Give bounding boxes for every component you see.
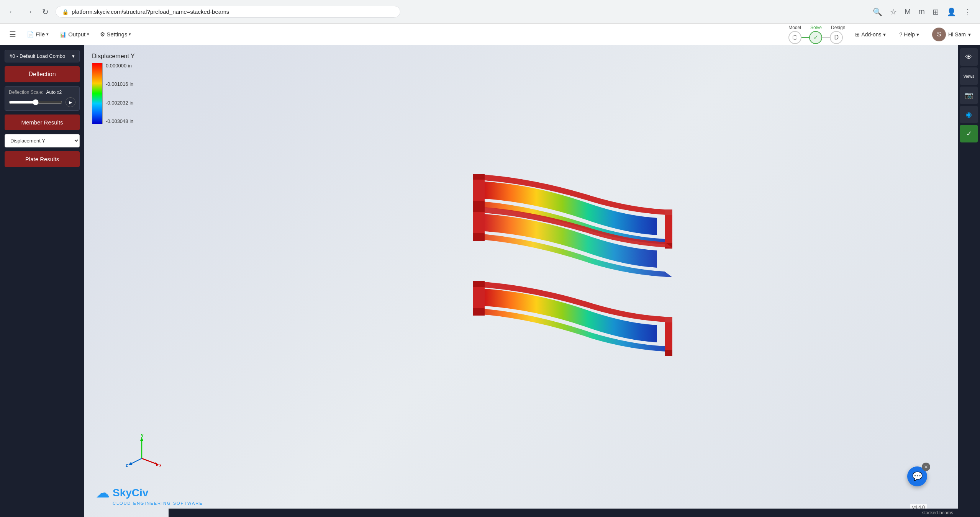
extensions-button[interactable]: ⊞ <box>930 5 941 19</box>
search-button[interactable]: 🔍 <box>870 5 885 19</box>
beam-svg <box>454 151 722 411</box>
back-button[interactable]: ← <box>6 5 18 18</box>
user-caret-icon: ▾ <box>968 31 971 38</box>
layers-button[interactable]: ◉ <box>960 106 978 123</box>
model-icon-circle[interactable]: ⬡ <box>788 31 801 44</box>
sidebar: #0 - Default Load Combo ▾ Deflection Def… <box>0 45 84 517</box>
browser-chrome: ← → ↻ 🔒 platform.skyciv.com/structural?p… <box>0 0 980 24</box>
legend-bar-row: 0.000000 in -0.001016 in -0.002032 in -0… <box>92 63 135 124</box>
markor-button[interactable]: m <box>916 5 927 18</box>
legend-title: Displacement Y <box>92 53 135 60</box>
file-caret-icon: ▾ <box>46 32 49 37</box>
skyciv-logo-main: ☁ SkyCiv <box>96 485 148 501</box>
deflection-button[interactable]: Deflection <box>5 66 80 82</box>
play-button[interactable]: ▶ <box>66 97 75 107</box>
svg-text:z: z <box>126 463 128 468</box>
axis-indicator: y x z <box>123 432 161 471</box>
solve-icon-circle[interactable]: ✓ <box>809 31 822 44</box>
footer-bar: stacked-beams <box>169 509 958 517</box>
color-legend: Displacement Y 0.000000 in -0.001016 in … <box>92 53 135 124</box>
deflection-slider[interactable] <box>9 99 62 105</box>
solve-label: Solve <box>810 25 822 30</box>
right-panel: 👁 Views 📷 ◉ ✓ <box>958 45 980 517</box>
address-bar[interactable]: 🔒 platform.skyciv.com/structural?preload… <box>56 6 400 18</box>
lock-icon: 🔒 <box>62 9 69 15</box>
legend-labels: 0.000000 in -0.001016 in -0.002032 in -0… <box>106 63 133 124</box>
deflection-scale-panel: Deflection Scale: Auto x2 ▶ <box>5 86 80 111</box>
help-icon: ? <box>900 31 903 38</box>
legend-value-1: -0.001016 in <box>106 81 133 87</box>
file-menu-button[interactable]: 📄 File ▾ <box>22 29 53 40</box>
views-group: Views <box>960 67 978 85</box>
svg-text:y: y <box>141 432 144 438</box>
lower-beam <box>473 281 672 356</box>
eye-button[interactable]: 👁 <box>960 48 978 66</box>
check-icon: ✓ <box>966 129 972 138</box>
skyciv-name-text: SkyCiv <box>113 487 148 499</box>
displacement-select[interactable]: Displacement Y Displacement X Displaceme… <box>5 134 80 147</box>
chat-close-button[interactable]: ✕ <box>922 463 930 471</box>
model-solve-connector <box>801 37 809 38</box>
hamburger-button[interactable]: ☰ <box>6 27 19 42</box>
settings-menu-button[interactable]: ⚙ Settings ▾ <box>95 29 136 40</box>
workflow-icons: ⬡ ✓ D <box>788 31 845 44</box>
member-results-button[interactable]: Member Results <box>5 115 80 130</box>
solve-design-connector <box>822 37 830 38</box>
slider-row: ▶ <box>9 97 75 107</box>
legend-value-0: 0.000000 in <box>106 63 133 69</box>
forward-button[interactable]: → <box>23 5 35 18</box>
workflow-labels: Model Solve Design <box>788 25 845 30</box>
output-caret-icon: ▾ <box>87 32 89 37</box>
beam-visualization <box>454 151 722 411</box>
design-icon-circle[interactable]: D <box>830 31 843 44</box>
settings-icon: ⚙ <box>100 31 105 38</box>
plate-results-button[interactable]: Plate Results <box>5 151 80 167</box>
svg-marker-1 <box>140 437 143 441</box>
settings-caret-icon: ▾ <box>129 32 131 37</box>
user-menu-button[interactable]: S Hi Sam ▾ <box>929 26 974 43</box>
svg-line-4 <box>130 458 142 464</box>
camera-button[interactable]: 📷 <box>960 87 978 104</box>
deflection-scale-value: Auto x2 <box>46 90 62 95</box>
bookmark-button[interactable]: ☆ <box>888 5 899 19</box>
layers-icon: ◉ <box>966 110 972 119</box>
addons-caret-icon: ▾ <box>883 31 886 38</box>
svg-marker-3 <box>155 462 159 466</box>
eye-icon: 👁 <box>965 53 972 61</box>
help-button[interactable]: ? Help ▾ <box>896 29 923 40</box>
file-icon: 📄 <box>27 31 34 38</box>
upper-beam <box>473 174 672 277</box>
skyciv-logo: ☁ SkyCiv CLOUD ENGINEERING SOFTWARE <box>96 485 203 506</box>
skyciv-cloud-icon: ☁ <box>96 485 110 501</box>
header-right: Model Solve Design ⬡ ✓ D ⊞ Add-ons ▾ ? H… <box>788 25 974 44</box>
profile-button[interactable]: 👤 <box>944 5 959 19</box>
url-text: platform.skyciv.com/structural?preload_n… <box>72 8 229 15</box>
mail-button[interactable]: M <box>902 5 913 18</box>
addons-button[interactable]: ⊞ Add-ons ▾ <box>851 29 889 40</box>
views-label: Views <box>963 74 974 79</box>
check-button[interactable]: ✓ <box>960 125 978 142</box>
workflow-indicator: Model Solve Design ⬡ ✓ D <box>788 25 845 44</box>
reload-button[interactable]: ↻ <box>40 5 51 19</box>
app-header: ☰ 📄 File ▾ 📊 Output ▾ ⚙ Settings ▾ Model… <box>0 24 980 45</box>
legend-value-2: -0.002032 in <box>106 100 133 106</box>
views-button[interactable]: Views <box>960 67 978 85</box>
header-nav: 📄 File ▾ 📊 Output ▾ ⚙ Settings ▾ <box>22 29 788 40</box>
camera-icon: 📷 <box>965 91 973 100</box>
legend-value-3: -0.003048 in <box>106 118 133 124</box>
addons-icon: ⊞ <box>855 31 860 38</box>
legend-color-bar <box>92 63 103 124</box>
user-avatar: S <box>932 28 946 41</box>
menu-button[interactable]: ⋮ <box>962 5 974 19</box>
browser-actions: 🔍 ☆ M m ⊞ 👤 ⋮ <box>870 5 974 19</box>
help-caret-icon: ▾ <box>916 31 919 38</box>
axis-svg: y x z <box>123 432 161 470</box>
skyciv-subtitle-text: CLOUD ENGINEERING SOFTWARE <box>113 501 203 506</box>
load-combo-caret-icon: ▾ <box>72 53 75 59</box>
output-menu-button[interactable]: 📊 Output ▾ <box>55 29 94 40</box>
viewport: Displacement Y 0.000000 in -0.001016 in … <box>84 45 958 517</box>
output-icon: 📊 <box>59 31 67 38</box>
load-combo-select[interactable]: #0 - Default Load Combo ▾ <box>5 50 80 62</box>
design-label: Design <box>831 25 845 30</box>
svg-line-2 <box>142 458 157 464</box>
